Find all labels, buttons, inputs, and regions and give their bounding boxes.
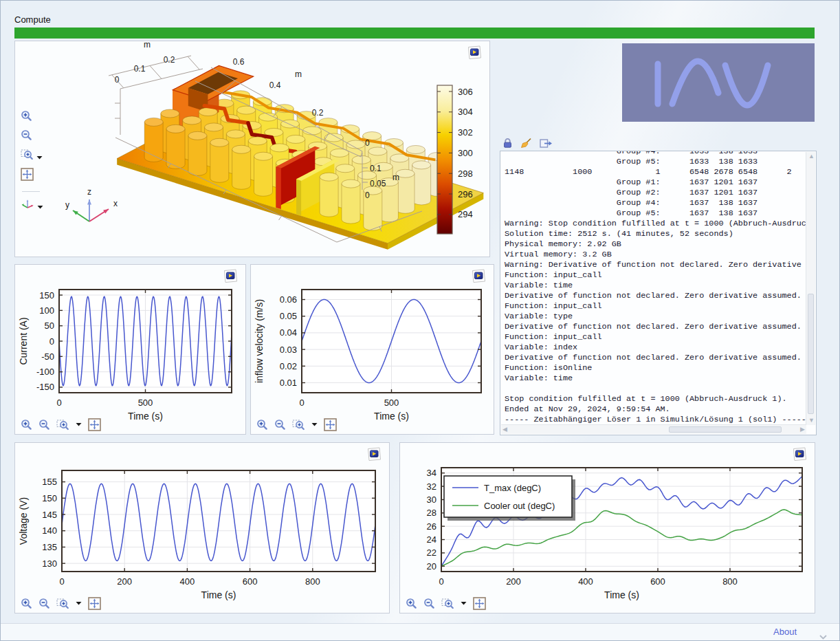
- log-toolbar: [502, 138, 553, 149]
- svg-text:50: 50: [45, 320, 54, 331]
- svg-text:500: 500: [384, 398, 399, 408]
- plot-toolbar: [256, 417, 337, 431]
- svg-text:100: 100: [39, 305, 54, 316]
- svg-text:m: m: [295, 69, 302, 79]
- log-output[interactable]: Group #4: 1633 138 1633 Group #5: 1633 1…: [501, 151, 806, 425]
- zoom-extents-icon[interactable]: [88, 597, 101, 610]
- voltage-chart[interactable]: 0200400600800155150145140135130Time (s)V…: [16, 459, 388, 606]
- svg-text:0.06: 0.06: [280, 294, 297, 305]
- zoom-in-icon[interactable]: [406, 598, 417, 609]
- svg-text:600: 600: [243, 576, 258, 587]
- zoom-box-icon[interactable]: [441, 598, 454, 609]
- svg-text:296: 296: [458, 189, 473, 199]
- temperature-chart[interactable]: 02004006008003432302826242220Time (s)T_m…: [401, 459, 813, 606]
- svg-text:0: 0: [59, 576, 64, 587]
- progress-fill: [14, 28, 815, 39]
- export-log-icon[interactable]: [540, 138, 553, 149]
- svg-text:0: 0: [299, 398, 304, 408]
- dropdown-caret-icon[interactable]: [311, 422, 318, 426]
- svg-text:0.05: 0.05: [280, 311, 297, 321]
- zoom-extents-button[interactable]: [21, 168, 48, 184]
- svg-text:34: 34: [427, 468, 436, 478]
- svg-text:294: 294: [458, 209, 473, 219]
- svg-text:200: 200: [506, 576, 521, 587]
- horizontal-scrollbar[interactable]: ◀ ▶: [501, 424, 806, 434]
- zoom-out-icon[interactable]: [274, 419, 286, 431]
- zoom-in-button[interactable]: [21, 110, 48, 124]
- dropdown-caret-icon[interactable]: [76, 422, 82, 426]
- svg-text:0.6: 0.6: [233, 57, 245, 67]
- voltage-plot-panel: 0200400600800155150145140135130Time (s)V…: [14, 442, 390, 613]
- scroll-down-icon[interactable]: ▼: [808, 417, 815, 424]
- svg-text:Time (s): Time (s): [374, 411, 409, 422]
- plot-toolbar: [21, 596, 101, 610]
- svg-text:0.1: 0.1: [134, 64, 146, 74]
- view-orientation-button[interactable]: [21, 198, 48, 213]
- svg-text:m: m: [144, 41, 151, 50]
- svg-text:30: 30: [427, 495, 436, 505]
- svg-text:Cooler out (degC): Cooler out (degC): [484, 501, 555, 511]
- inflow-velocity-chart[interactable]: 05000.060.050.040.030.020.01Time (s)infl…: [252, 281, 492, 427]
- zoom-in-icon[interactable]: [21, 598, 32, 609]
- svg-text:0: 0: [365, 191, 370, 200]
- svg-text:z: z: [87, 187, 91, 197]
- svg-text:0.05: 0.05: [370, 179, 386, 188]
- horizontal-scroll-thumb[interactable]: [669, 426, 782, 433]
- current-chart[interactable]: 0500150100500-50-100-150Time (s)Current …: [16, 281, 244, 427]
- zoom-extents-icon[interactable]: [473, 597, 486, 610]
- dropdown-caret-icon: [36, 150, 43, 162]
- svg-text:0.2: 0.2: [164, 55, 175, 65]
- zoom-box-icon[interactable]: [56, 598, 69, 609]
- lock-icon[interactable]: [502, 138, 513, 149]
- svg-text:0: 0: [49, 336, 54, 347]
- zoom-box-button[interactable]: [21, 149, 48, 163]
- zoom-in-icon[interactable]: [21, 419, 32, 431]
- zoom-box-icon[interactable]: [292, 419, 305, 431]
- svg-text:600: 600: [650, 576, 665, 587]
- zoom-out-button[interactable]: [21, 129, 48, 144]
- svg-text:0: 0: [56, 398, 61, 408]
- zoom-box-icon[interactable]: [56, 419, 69, 431]
- dropdown-caret-icon[interactable]: [461, 601, 467, 605]
- iav-logo-graphic: [622, 43, 815, 122]
- snapshot-icon[interactable]: [466, 45, 483, 60]
- svg-text:800: 800: [305, 576, 320, 587]
- zoom-extents-icon[interactable]: [324, 418, 337, 431]
- svg-text:145: 145: [42, 510, 57, 520]
- vertical-scrollbar[interactable]: ▲ ▼: [806, 152, 815, 425]
- chevron-down-icon[interactable]: [819, 630, 827, 641]
- svg-text:inflow velocity (m/s): inflow velocity (m/s): [254, 299, 265, 383]
- about-link[interactable]: About: [773, 627, 797, 637]
- zoom-extents-icon[interactable]: [88, 418, 101, 431]
- log-panel: Group #4: 1633 138 1633 Group #5: 1633 1…: [500, 151, 817, 435]
- toolbar-divider: [22, 191, 40, 192]
- svg-text:26: 26: [427, 521, 436, 532]
- svg-text:y: y: [65, 200, 69, 210]
- compute-progress-bar: [14, 28, 815, 39]
- zoom-in-icon[interactable]: [256, 419, 268, 431]
- svg-text:0: 0: [439, 576, 443, 587]
- axis-orientation-icon: [21, 198, 34, 213]
- scroll-left-icon[interactable]: ◀: [502, 426, 507, 433]
- svg-text:28: 28: [427, 508, 436, 518]
- svg-text:304: 304: [458, 107, 473, 117]
- scroll-right-icon[interactable]: ▶: [800, 426, 805, 433]
- clear-log-icon[interactable]: [520, 138, 532, 149]
- svg-text:Voltage (V): Voltage (V): [18, 497, 29, 545]
- zoom-out-icon[interactable]: [38, 598, 50, 609]
- svg-text:306: 306: [458, 87, 473, 97]
- svg-text:0: 0: [365, 138, 370, 148]
- model-3d-panel: 00.10.2m0.60.40.2m00.10.05m0306304302300…: [14, 41, 490, 257]
- dropdown-caret-icon[interactable]: [76, 601, 82, 605]
- vertical-scroll-thumb[interactable]: [808, 294, 814, 414]
- svg-text:0: 0: [115, 75, 120, 85]
- model-3d-view[interactable]: 00.10.2m0.60.40.2m00.10.05m0306304302300…: [15, 41, 489, 257]
- scroll-up-icon[interactable]: ▲: [808, 153, 815, 160]
- zoom-out-icon[interactable]: [38, 419, 50, 431]
- zoom-out-icon[interactable]: [423, 598, 435, 609]
- svg-text:400: 400: [578, 576, 593, 587]
- svg-text:400: 400: [180, 576, 195, 587]
- svg-text:x: x: [113, 199, 118, 208]
- svg-text:150: 150: [39, 290, 54, 301]
- model-view-toolbar: [21, 110, 48, 213]
